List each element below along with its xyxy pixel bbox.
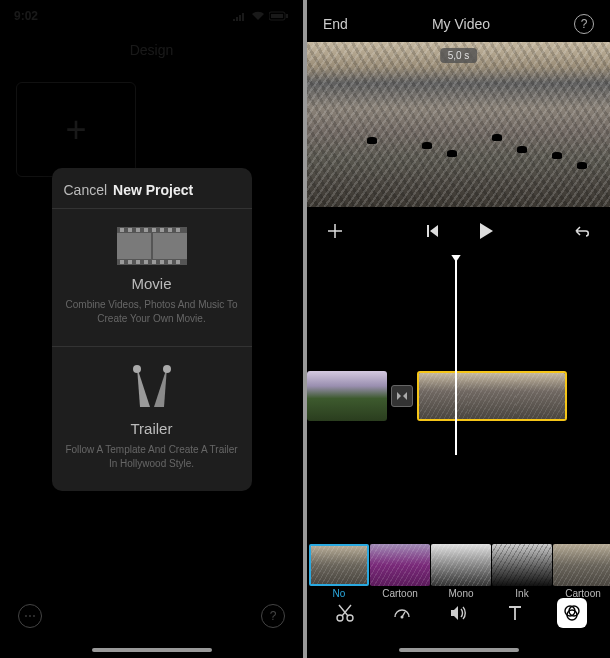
filmstrip-icon (64, 227, 240, 265)
svg-point-27 (400, 616, 403, 619)
svg-rect-6 (151, 233, 153, 259)
home-indicator[interactable] (92, 648, 212, 652)
trailer-option-desc: Follow A Template And Create A Trailer I… (64, 443, 240, 471)
svg-point-24 (163, 365, 171, 373)
svg-rect-19 (152, 260, 156, 264)
transition-node[interactable] (391, 385, 413, 407)
movie-option[interactable]: Movie Combine Videos, Photos And Music T… (52, 209, 252, 346)
svg-rect-21 (168, 260, 172, 264)
filter-none[interactable]: No (309, 544, 369, 599)
modal-overlay: Cancel New Project (0, 0, 303, 658)
svg-rect-22 (176, 260, 180, 264)
svg-rect-18 (144, 260, 148, 264)
duration-badge: 5,0 s (440, 48, 478, 63)
skip-back-button[interactable] (418, 217, 446, 245)
filter-cartoon-2[interactable]: Cartoon (553, 544, 610, 599)
svg-rect-15 (120, 260, 124, 264)
help-icon[interactable]: ? (261, 604, 285, 628)
filter-mono[interactable]: Mono (431, 544, 491, 599)
left-phone-projects-screen: 9:02 Design + Cancel New Project (0, 0, 303, 658)
spotlight-icon (64, 365, 240, 410)
timeline[interactable] (307, 255, 610, 455)
play-button[interactable] (472, 217, 500, 245)
speed-tool[interactable] (387, 598, 417, 628)
svg-rect-8 (128, 228, 132, 232)
clip-1[interactable] (307, 371, 387, 421)
video-preview[interactable]: 5,0 s (307, 42, 610, 207)
add-media-button[interactable] (321, 217, 349, 245)
tool-row (307, 594, 610, 632)
text-tool[interactable] (500, 598, 530, 628)
filter-ink[interactable]: Ink (492, 544, 552, 599)
svg-rect-14 (176, 228, 180, 232)
modal-title: New Project (113, 182, 193, 198)
new-project-modal: Cancel New Project (52, 168, 252, 491)
clip-2-selected[interactable] (417, 371, 567, 421)
svg-rect-12 (160, 228, 164, 232)
movie-option-title: Movie (64, 275, 240, 292)
playhead[interactable] (455, 255, 457, 455)
cancel-button[interactable]: Cancel (64, 182, 108, 198)
filter-cartoon[interactable]: Cartoon (370, 544, 430, 599)
more-icon[interactable]: ⋯ (18, 604, 42, 628)
svg-rect-13 (168, 228, 172, 232)
scissors-tool[interactable] (330, 598, 360, 628)
svg-rect-16 (128, 260, 132, 264)
volume-tool[interactable] (443, 598, 473, 628)
movie-option-desc: Combine Videos, Photos And Music To Crea… (64, 298, 240, 326)
svg-rect-17 (136, 260, 140, 264)
trailer-option-title: Trailer (64, 420, 240, 437)
right-phone-editor-screen: End My Video ? 5,0 s (307, 0, 610, 658)
undo-button[interactable] (568, 217, 596, 245)
svg-rect-7 (120, 228, 124, 232)
help-button[interactable]: ? (574, 14, 594, 34)
svg-rect-10 (144, 228, 148, 232)
svg-point-23 (133, 365, 141, 373)
trailer-option[interactable]: Trailer Follow A Template And Create A T… (52, 346, 252, 491)
svg-rect-20 (160, 260, 164, 264)
filters-tool[interactable] (557, 598, 587, 628)
project-title[interactable]: My Video (432, 16, 490, 32)
svg-rect-9 (136, 228, 140, 232)
home-indicator-right[interactable] (399, 648, 519, 652)
svg-rect-11 (152, 228, 156, 232)
end-button[interactable]: End (323, 16, 348, 32)
